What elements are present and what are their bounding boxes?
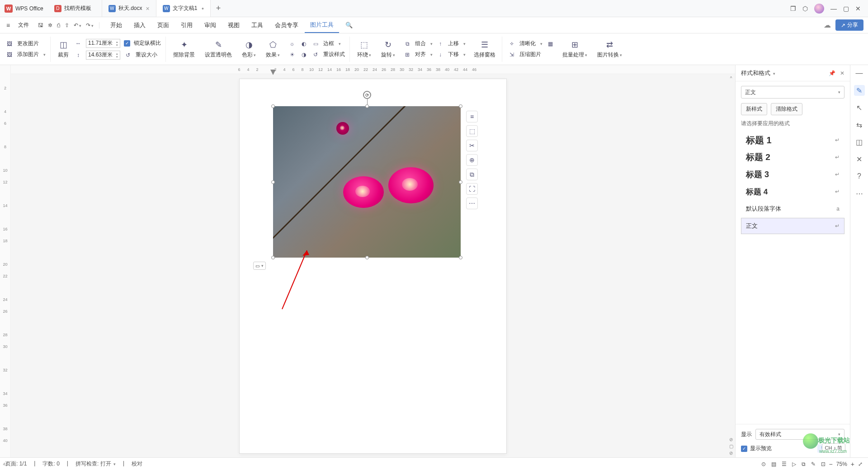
width-input[interactable]: 11.71厘米▴▾: [86, 39, 120, 48]
resize-handle-br[interactable]: [459, 256, 462, 259]
tab-dirty-icon[interactable]: •: [202, 5, 204, 12]
style-item[interactable]: 正文↵: [741, 218, 844, 234]
tab-start[interactable]: 开始: [105, 17, 127, 33]
contrast-icon[interactable]: ◐: [300, 40, 308, 48]
resize-handle-mr[interactable]: [459, 180, 462, 184]
resize-handle-bm[interactable]: [365, 256, 369, 259]
view-page-icon[interactable]: ▤: [771, 461, 776, 467]
zoom-level[interactable]: 75%: [836, 461, 847, 467]
move-down-button[interactable]: 下移: [448, 51, 459, 58]
resize-handle-tl[interactable]: [271, 104, 275, 108]
move-up-button[interactable]: 上移: [448, 40, 459, 47]
add-image-button[interactable]: 添加图片: [17, 51, 39, 58]
tools-strip-icon[interactable]: ✕: [854, 154, 865, 164]
preview-checkbox[interactable]: ✓: [741, 446, 747, 452]
tab-references[interactable]: 引用: [175, 17, 198, 33]
tab-document-2[interactable]: W 文字文稿1 •: [156, 0, 211, 17]
crop-button[interactable]: ◫裁剪: [56, 39, 71, 59]
tab-template-search[interactable]: D 找稻壳模板: [48, 0, 102, 17]
collapse-panel-icon[interactable]: —: [854, 68, 865, 79]
contrast-down-icon[interactable]: ◑: [300, 51, 308, 59]
view-focus-icon[interactable]: ⊙: [761, 461, 766, 467]
brightness-icon[interactable]: ☼: [288, 40, 296, 48]
tab-picture-tools[interactable]: 图片工具: [305, 17, 339, 33]
view-read-icon[interactable]: ▷: [792, 461, 796, 467]
new-style-button[interactable]: 新样式: [741, 103, 767, 115]
fullscreen-icon[interactable]: ⛶: [466, 183, 478, 195]
combine-button[interactable]: 组合: [415, 40, 426, 47]
page-count[interactable]: 页面: 1/1: [5, 460, 27, 468]
user-avatar[interactable]: [814, 4, 824, 14]
color-button[interactable]: ◑色彩▾: [240, 39, 258, 59]
current-style-select[interactable]: 正文▾: [741, 86, 844, 99]
wrap-button[interactable]: ⬚环绕▾: [355, 39, 373, 59]
wrap-text-icon[interactable]: ⬚: [466, 125, 478, 137]
canvas-area[interactable]: 6422468101214161820222426283032343638404…: [11, 65, 735, 457]
clear-format-button[interactable]: 清除格式: [771, 103, 802, 115]
save-icon[interactable]: 🖫: [38, 22, 43, 28]
change-image-button[interactable]: 更改图片: [17, 40, 39, 47]
tile-icon[interactable]: ▦: [546, 40, 554, 48]
redo-icon[interactable]: ↷▾: [86, 22, 94, 28]
layout-options-icon[interactable]: ≡: [466, 111, 478, 122]
resize-handle-tr[interactable]: [459, 104, 462, 108]
transparency-button[interactable]: ✎设置透明色: [203, 39, 234, 59]
view-outline-icon[interactable]: ☰: [782, 461, 787, 467]
copy-float-icon[interactable]: ⧉: [466, 169, 478, 180]
reset-style-button[interactable]: 重设样式: [323, 51, 345, 58]
style-item[interactable]: 标题 3↵: [741, 166, 844, 183]
height-input[interactable]: 14.63厘米▴▾: [86, 51, 120, 60]
rotate-button[interactable]: ↻旋转▾: [379, 39, 397, 59]
zoom-expand-icon[interactable]: ⤢: [858, 461, 863, 467]
fit-page-icon[interactable]: ⊡: [821, 461, 826, 467]
nav-next-icon[interactable]: ⊘: [729, 451, 733, 456]
tab-insert[interactable]: 插入: [128, 17, 151, 33]
convert-button[interactable]: ⇄图片转换▾: [595, 39, 624, 59]
style-filter-select[interactable]: 有效样式▾: [755, 429, 844, 440]
selected-image[interactable]: ⟳ ≡ ⬚ ✂ ⊕ ⧉ ⛶ ⋯: [273, 106, 461, 258]
file-menu[interactable]: 文件: [14, 21, 33, 29]
nav-prev-icon[interactable]: ⊘: [729, 437, 733, 442]
document-page[interactable]: ⟳ ≡ ⬚ ✂ ⊕ ⧉ ⛶ ⋯ ▭ ▾: [239, 79, 507, 454]
style-item[interactable]: 标题 1↵: [741, 132, 844, 148]
zoom-in-button[interactable]: +: [851, 461, 854, 468]
layers-strip-icon[interactable]: ◫: [854, 136, 865, 147]
tab-page[interactable]: 页面: [152, 17, 175, 33]
crop-float-icon[interactable]: ✂: [466, 140, 478, 151]
compress-button[interactable]: 压缩图片: [519, 51, 541, 58]
sharpen-button[interactable]: 清晰化: [519, 40, 536, 47]
minimize-icon[interactable]: —: [830, 5, 837, 12]
pin-icon[interactable]: 📌: [829, 70, 835, 76]
caption-button[interactable]: ▭ ▾: [253, 262, 266, 270]
print-preview-icon[interactable]: ✲: [48, 22, 52, 28]
batch-button[interactable]: ⊞批量处理▾: [561, 39, 589, 59]
proofing-status[interactable]: 校对: [132, 460, 142, 468]
resize-handle-tm[interactable]: [365, 104, 369, 108]
close-window-icon[interactable]: ✕: [855, 5, 861, 12]
select-pane-button[interactable]: ☰选择窗格: [472, 39, 497, 59]
undo-icon[interactable]: ↶▾: [74, 22, 81, 28]
styles-strip-icon[interactable]: ✎: [854, 85, 865, 96]
lock-ratio-checkbox[interactable]: ✓: [124, 40, 130, 47]
select-strip-icon[interactable]: ↖: [854, 102, 865, 113]
cloud-sync-icon[interactable]: ☁: [824, 21, 831, 29]
word-count[interactable]: 字数: 0: [42, 460, 59, 468]
tab-view[interactable]: 视图: [222, 17, 245, 33]
tab-tools[interactable]: 工具: [246, 17, 269, 33]
reset-size-button[interactable]: 重设大小: [136, 51, 157, 59]
multi-window-icon[interactable]: ❐: [790, 5, 796, 12]
hamburger-icon[interactable]: ≡: [5, 22, 12, 29]
border-button[interactable]: 边框: [323, 40, 334, 47]
tab-member[interactable]: 会员专享: [269, 17, 304, 33]
nav-page-icon[interactable]: ▢: [729, 444, 733, 449]
help-strip-icon[interactable]: ?: [854, 171, 865, 182]
resize-handle-bl[interactable]: [271, 256, 275, 259]
remove-bg-button[interactable]: ✦抠除背景: [171, 39, 197, 59]
zoom-float-icon[interactable]: ⊕: [466, 154, 478, 166]
brightness-down-icon[interactable]: ☀: [288, 51, 296, 59]
style-item[interactable]: 标题 4↵: [741, 183, 844, 200]
more-strip-icon[interactable]: ⋯: [854, 188, 865, 199]
print-icon[interactable]: ⎙: [57, 22, 60, 28]
canvas-scrollbar[interactable]: ^ ⊘ ▢ ⊘: [727, 74, 735, 457]
spellcheck-status[interactable]: 拼写检查: 打开 ▾: [75, 460, 116, 468]
